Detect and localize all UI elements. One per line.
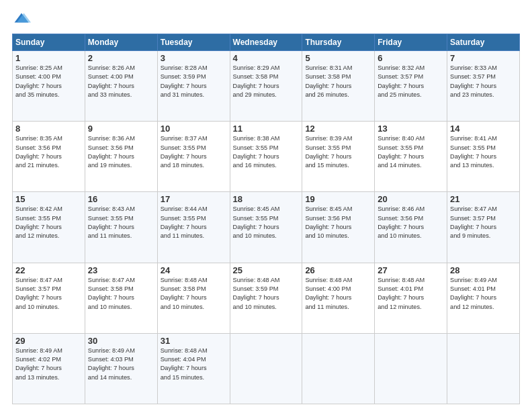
day-info: Sunrise: 8:42 AMSunset: 3:55 PMDaylight:… bbox=[15, 205, 82, 240]
day-info: Sunrise: 8:48 AMSunset: 3:59 PMDaylight:… bbox=[233, 276, 300, 312]
day-info: Sunrise: 8:31 AMSunset: 3:58 PMDaylight:… bbox=[305, 64, 371, 99]
day-number: 6 bbox=[378, 53, 444, 63]
day-info: Sunrise: 8:45 AMSunset: 3:55 PMDaylight:… bbox=[233, 205, 300, 240]
day-header-thursday: Thursday bbox=[302, 34, 375, 51]
calendar-cell bbox=[302, 333, 375, 404]
day-number: 29 bbox=[15, 336, 82, 346]
calendar-cell: 22Sunrise: 8:47 AMSunset: 3:57 PMDayligh… bbox=[13, 263, 85, 333]
calendar-cell: 17Sunrise: 8:44 AMSunset: 3:55 PMDayligh… bbox=[157, 192, 230, 263]
day-header-friday: Friday bbox=[375, 34, 447, 51]
day-info: Sunrise: 8:29 AMSunset: 3:58 PMDaylight:… bbox=[233, 64, 300, 99]
calendar-cell: 31Sunrise: 8:48 AMSunset: 4:04 PMDayligh… bbox=[157, 333, 230, 404]
calendar-cell: 11Sunrise: 8:38 AMSunset: 3:55 PMDayligh… bbox=[230, 122, 302, 192]
calendar-cell: 15Sunrise: 8:42 AMSunset: 3:55 PMDayligh… bbox=[13, 192, 85, 263]
day-header-tuesday: Tuesday bbox=[157, 34, 230, 51]
day-info: Sunrise: 8:25 AMSunset: 4:00 PMDaylight:… bbox=[15, 64, 82, 99]
day-header-monday: Monday bbox=[85, 34, 157, 51]
calendar-cell bbox=[375, 333, 447, 404]
calendar-week-row: 29Sunrise: 8:49 AMSunset: 4:02 PMDayligh… bbox=[13, 333, 520, 404]
calendar-cell bbox=[447, 333, 520, 404]
day-info: Sunrise: 8:38 AMSunset: 3:55 PMDaylight:… bbox=[233, 134, 300, 170]
calendar-week-row: 22Sunrise: 8:47 AMSunset: 3:57 PMDayligh… bbox=[13, 263, 520, 333]
calendar-cell: 18Sunrise: 8:45 AMSunset: 3:55 PMDayligh… bbox=[230, 192, 302, 263]
logo bbox=[12, 11, 34, 30]
day-info: Sunrise: 8:37 AMSunset: 3:55 PMDaylight:… bbox=[161, 134, 227, 170]
day-info: Sunrise: 8:26 AMSunset: 4:00 PMDaylight:… bbox=[88, 64, 154, 99]
day-number: 26 bbox=[305, 265, 371, 275]
calendar-header-row: SundayMondayTuesdayWednesdayThursdayFrid… bbox=[13, 34, 520, 51]
calendar-cell: 5Sunrise: 8:31 AMSunset: 3:58 PMDaylight… bbox=[302, 51, 375, 122]
day-info: Sunrise: 8:49 AMSunset: 4:01 PMDaylight:… bbox=[450, 276, 517, 312]
day-info: Sunrise: 8:47 AMSunset: 3:57 PMDaylight:… bbox=[450, 205, 517, 240]
day-number: 25 bbox=[233, 265, 300, 275]
day-number: 15 bbox=[15, 194, 82, 204]
calendar-cell: 12Sunrise: 8:39 AMSunset: 3:55 PMDayligh… bbox=[302, 122, 375, 192]
day-number: 10 bbox=[161, 124, 227, 134]
calendar-cell: 1Sunrise: 8:25 AMSunset: 4:00 PMDaylight… bbox=[13, 51, 85, 122]
day-number: 27 bbox=[378, 265, 444, 275]
day-info: Sunrise: 8:33 AMSunset: 3:57 PMDaylight:… bbox=[450, 64, 517, 99]
day-number: 28 bbox=[450, 265, 517, 275]
calendar-cell: 25Sunrise: 8:48 AMSunset: 3:59 PMDayligh… bbox=[230, 263, 302, 333]
day-number: 9 bbox=[88, 124, 154, 134]
calendar-cell: 13Sunrise: 8:40 AMSunset: 3:55 PMDayligh… bbox=[375, 122, 447, 192]
calendar-cell: 4Sunrise: 8:29 AMSunset: 3:58 PMDaylight… bbox=[230, 51, 302, 122]
calendar-table: SundayMondayTuesdayWednesdayThursdayFrid… bbox=[12, 34, 520, 404]
calendar-cell: 3Sunrise: 8:28 AMSunset: 3:59 PMDaylight… bbox=[157, 51, 230, 122]
calendar-cell bbox=[230, 333, 302, 404]
day-header-wednesday: Wednesday bbox=[230, 34, 302, 51]
day-number: 3 bbox=[161, 53, 227, 63]
calendar-cell: 19Sunrise: 8:45 AMSunset: 3:56 PMDayligh… bbox=[302, 192, 375, 263]
calendar-cell: 7Sunrise: 8:33 AMSunset: 3:57 PMDaylight… bbox=[447, 51, 520, 122]
calendar-cell: 14Sunrise: 8:41 AMSunset: 3:55 PMDayligh… bbox=[447, 122, 520, 192]
day-number: 7 bbox=[450, 53, 517, 63]
day-info: Sunrise: 8:28 AMSunset: 3:59 PMDaylight:… bbox=[161, 64, 227, 99]
calendar-cell: 27Sunrise: 8:48 AMSunset: 4:01 PMDayligh… bbox=[375, 263, 447, 333]
day-info: Sunrise: 8:36 AMSunset: 3:56 PMDaylight:… bbox=[88, 134, 154, 170]
day-info: Sunrise: 8:44 AMSunset: 3:55 PMDaylight:… bbox=[161, 205, 227, 240]
day-number: 22 bbox=[15, 265, 82, 275]
calendar-cell: 9Sunrise: 8:36 AMSunset: 3:56 PMDaylight… bbox=[85, 122, 157, 192]
day-number: 30 bbox=[88, 336, 154, 346]
day-info: Sunrise: 8:39 AMSunset: 3:55 PMDaylight:… bbox=[305, 134, 371, 170]
calendar-cell: 28Sunrise: 8:49 AMSunset: 4:01 PMDayligh… bbox=[447, 263, 520, 333]
day-info: Sunrise: 8:43 AMSunset: 3:55 PMDaylight:… bbox=[88, 205, 154, 240]
day-info: Sunrise: 8:40 AMSunset: 3:55 PMDaylight:… bbox=[378, 134, 444, 170]
day-number: 14 bbox=[450, 124, 517, 134]
day-header-sunday: Sunday bbox=[13, 34, 85, 51]
calendar-cell: 29Sunrise: 8:49 AMSunset: 4:02 PMDayligh… bbox=[13, 333, 85, 404]
day-info: Sunrise: 8:48 AMSunset: 4:04 PMDaylight:… bbox=[161, 347, 227, 382]
calendar-cell: 8Sunrise: 8:35 AMSunset: 3:56 PMDaylight… bbox=[13, 122, 85, 192]
day-number: 23 bbox=[88, 265, 154, 275]
day-info: Sunrise: 8:41 AMSunset: 3:55 PMDaylight:… bbox=[450, 134, 517, 170]
day-info: Sunrise: 8:45 AMSunset: 3:56 PMDaylight:… bbox=[305, 205, 371, 240]
calendar-week-row: 8Sunrise: 8:35 AMSunset: 3:56 PMDaylight… bbox=[13, 122, 520, 192]
day-info: Sunrise: 8:48 AMSunset: 4:00 PMDaylight:… bbox=[305, 276, 371, 312]
day-info: Sunrise: 8:49 AMSunset: 4:02 PMDaylight:… bbox=[15, 347, 82, 382]
day-number: 24 bbox=[161, 265, 227, 275]
day-number: 8 bbox=[15, 124, 82, 134]
day-number: 2 bbox=[88, 53, 154, 63]
day-info: Sunrise: 8:49 AMSunset: 4:03 PMDaylight:… bbox=[88, 347, 154, 382]
day-info: Sunrise: 8:48 AMSunset: 3:58 PMDaylight:… bbox=[161, 276, 227, 312]
day-info: Sunrise: 8:48 AMSunset: 4:01 PMDaylight:… bbox=[378, 276, 444, 312]
day-number: 19 bbox=[305, 194, 371, 204]
calendar-cell: 21Sunrise: 8:47 AMSunset: 3:57 PMDayligh… bbox=[447, 192, 520, 263]
day-number: 21 bbox=[450, 194, 517, 204]
day-info: Sunrise: 8:47 AMSunset: 3:57 PMDaylight:… bbox=[15, 276, 82, 312]
day-number: 17 bbox=[161, 194, 227, 204]
calendar-cell: 30Sunrise: 8:49 AMSunset: 4:03 PMDayligh… bbox=[85, 333, 157, 404]
day-number: 31 bbox=[161, 336, 227, 346]
day-info: Sunrise: 8:47 AMSunset: 3:58 PMDaylight:… bbox=[88, 276, 154, 312]
day-number: 1 bbox=[15, 53, 82, 63]
calendar-cell: 6Sunrise: 8:32 AMSunset: 3:57 PMDaylight… bbox=[375, 51, 447, 122]
day-number: 12 bbox=[305, 124, 371, 134]
calendar-cell: 24Sunrise: 8:48 AMSunset: 3:58 PMDayligh… bbox=[157, 263, 230, 333]
day-info: Sunrise: 8:46 AMSunset: 3:56 PMDaylight:… bbox=[378, 205, 444, 240]
calendar-cell: 2Sunrise: 8:26 AMSunset: 4:00 PMDaylight… bbox=[85, 51, 157, 122]
day-number: 4 bbox=[233, 53, 300, 63]
calendar-cell: 20Sunrise: 8:46 AMSunset: 3:56 PMDayligh… bbox=[375, 192, 447, 263]
day-number: 20 bbox=[378, 194, 444, 204]
logo-icon bbox=[12, 11, 31, 30]
calendar-cell: 23Sunrise: 8:47 AMSunset: 3:58 PMDayligh… bbox=[85, 263, 157, 333]
